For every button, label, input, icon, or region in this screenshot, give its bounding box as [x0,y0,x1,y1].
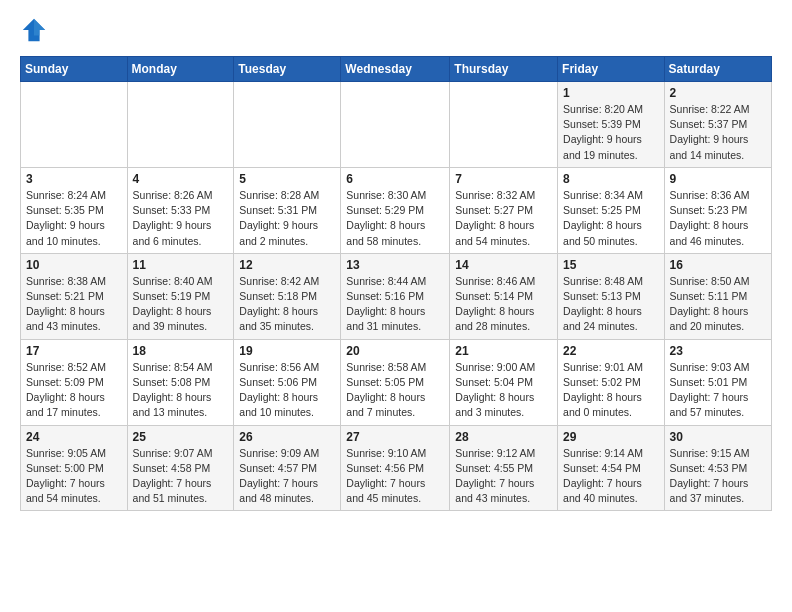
day-number: 10 [26,258,122,272]
table-row [341,82,450,168]
day-info: Sunrise: 9:07 AM Sunset: 4:58 PM Dayligh… [133,446,229,507]
day-number: 9 [670,172,766,186]
day-info: Sunrise: 8:48 AM Sunset: 5:13 PM Dayligh… [563,274,659,335]
table-row: 6Sunrise: 8:30 AM Sunset: 5:29 PM Daylig… [341,167,450,253]
day-number: 7 [455,172,552,186]
table-row: 30Sunrise: 9:15 AM Sunset: 4:53 PM Dayli… [664,425,771,511]
day-info: Sunrise: 8:28 AM Sunset: 5:31 PM Dayligh… [239,188,335,249]
day-info: Sunrise: 8:24 AM Sunset: 5:35 PM Dayligh… [26,188,122,249]
day-info: Sunrise: 9:03 AM Sunset: 5:01 PM Dayligh… [670,360,766,421]
calendar-week-row: 17Sunrise: 8:52 AM Sunset: 5:09 PM Dayli… [21,339,772,425]
day-number: 12 [239,258,335,272]
page: Sunday Monday Tuesday Wednesday Thursday… [0,0,792,612]
day-number: 20 [346,344,444,358]
day-number: 3 [26,172,122,186]
day-info: Sunrise: 8:44 AM Sunset: 5:16 PM Dayligh… [346,274,444,335]
day-info: Sunrise: 8:26 AM Sunset: 5:33 PM Dayligh… [133,188,229,249]
day-info: Sunrise: 8:30 AM Sunset: 5:29 PM Dayligh… [346,188,444,249]
day-number: 14 [455,258,552,272]
table-row [450,82,558,168]
table-row: 2Sunrise: 8:22 AM Sunset: 5:37 PM Daylig… [664,82,771,168]
table-row: 20Sunrise: 8:58 AM Sunset: 5:05 PM Dayli… [341,339,450,425]
table-row: 14Sunrise: 8:46 AM Sunset: 5:14 PM Dayli… [450,253,558,339]
table-row: 11Sunrise: 8:40 AM Sunset: 5:19 PM Dayli… [127,253,234,339]
header-sunday: Sunday [21,57,128,82]
logo-icon [20,16,48,44]
table-row: 24Sunrise: 9:05 AM Sunset: 5:00 PM Dayli… [21,425,128,511]
day-info: Sunrise: 9:01 AM Sunset: 5:02 PM Dayligh… [563,360,659,421]
table-row: 12Sunrise: 8:42 AM Sunset: 5:18 PM Dayli… [234,253,341,339]
day-info: Sunrise: 8:32 AM Sunset: 5:27 PM Dayligh… [455,188,552,249]
calendar-week-row: 10Sunrise: 8:38 AM Sunset: 5:21 PM Dayli… [21,253,772,339]
day-number: 17 [26,344,122,358]
day-number: 16 [670,258,766,272]
table-row: 3Sunrise: 8:24 AM Sunset: 5:35 PM Daylig… [21,167,128,253]
day-info: Sunrise: 9:00 AM Sunset: 5:04 PM Dayligh… [455,360,552,421]
table-row: 21Sunrise: 9:00 AM Sunset: 5:04 PM Dayli… [450,339,558,425]
day-number: 18 [133,344,229,358]
table-row [234,82,341,168]
day-number: 4 [133,172,229,186]
day-number: 6 [346,172,444,186]
day-info: Sunrise: 9:15 AM Sunset: 4:53 PM Dayligh… [670,446,766,507]
table-row: 1Sunrise: 8:20 AM Sunset: 5:39 PM Daylig… [558,82,665,168]
day-info: Sunrise: 8:40 AM Sunset: 5:19 PM Dayligh… [133,274,229,335]
day-info: Sunrise: 9:09 AM Sunset: 4:57 PM Dayligh… [239,446,335,507]
table-row: 25Sunrise: 9:07 AM Sunset: 4:58 PM Dayli… [127,425,234,511]
table-row: 10Sunrise: 8:38 AM Sunset: 5:21 PM Dayli… [21,253,128,339]
day-info: Sunrise: 8:46 AM Sunset: 5:14 PM Dayligh… [455,274,552,335]
table-row: 23Sunrise: 9:03 AM Sunset: 5:01 PM Dayli… [664,339,771,425]
header [20,16,772,44]
svg-marker-1 [34,19,45,36]
day-info: Sunrise: 9:10 AM Sunset: 4:56 PM Dayligh… [346,446,444,507]
day-number: 1 [563,86,659,100]
table-row: 9Sunrise: 8:36 AM Sunset: 5:23 PM Daylig… [664,167,771,253]
table-row: 13Sunrise: 8:44 AM Sunset: 5:16 PM Dayli… [341,253,450,339]
table-row: 22Sunrise: 9:01 AM Sunset: 5:02 PM Dayli… [558,339,665,425]
header-friday: Friday [558,57,665,82]
header-thursday: Thursday [450,57,558,82]
day-info: Sunrise: 8:50 AM Sunset: 5:11 PM Dayligh… [670,274,766,335]
day-info: Sunrise: 8:22 AM Sunset: 5:37 PM Dayligh… [670,102,766,163]
calendar-week-row: 3Sunrise: 8:24 AM Sunset: 5:35 PM Daylig… [21,167,772,253]
day-number: 21 [455,344,552,358]
day-number: 25 [133,430,229,444]
table-row: 15Sunrise: 8:48 AM Sunset: 5:13 PM Dayli… [558,253,665,339]
day-number: 19 [239,344,335,358]
day-number: 15 [563,258,659,272]
day-number: 11 [133,258,229,272]
table-row: 18Sunrise: 8:54 AM Sunset: 5:08 PM Dayli… [127,339,234,425]
table-row: 27Sunrise: 9:10 AM Sunset: 4:56 PM Dayli… [341,425,450,511]
table-row [127,82,234,168]
day-info: Sunrise: 8:52 AM Sunset: 5:09 PM Dayligh… [26,360,122,421]
day-info: Sunrise: 8:58 AM Sunset: 5:05 PM Dayligh… [346,360,444,421]
table-row: 29Sunrise: 9:14 AM Sunset: 4:54 PM Dayli… [558,425,665,511]
day-number: 8 [563,172,659,186]
day-info: Sunrise: 8:56 AM Sunset: 5:06 PM Dayligh… [239,360,335,421]
day-info: Sunrise: 9:05 AM Sunset: 5:00 PM Dayligh… [26,446,122,507]
day-number: 29 [563,430,659,444]
header-monday: Monday [127,57,234,82]
day-info: Sunrise: 9:14 AM Sunset: 4:54 PM Dayligh… [563,446,659,507]
table-row: 16Sunrise: 8:50 AM Sunset: 5:11 PM Dayli… [664,253,771,339]
day-info: Sunrise: 8:54 AM Sunset: 5:08 PM Dayligh… [133,360,229,421]
day-number: 30 [670,430,766,444]
table-row [21,82,128,168]
calendar-table: Sunday Monday Tuesday Wednesday Thursday… [20,56,772,511]
table-row: 8Sunrise: 8:34 AM Sunset: 5:25 PM Daylig… [558,167,665,253]
day-info: Sunrise: 8:34 AM Sunset: 5:25 PM Dayligh… [563,188,659,249]
day-info: Sunrise: 9:12 AM Sunset: 4:55 PM Dayligh… [455,446,552,507]
day-info: Sunrise: 8:42 AM Sunset: 5:18 PM Dayligh… [239,274,335,335]
day-number: 13 [346,258,444,272]
logo [20,16,52,44]
day-number: 23 [670,344,766,358]
header-tuesday: Tuesday [234,57,341,82]
header-wednesday: Wednesday [341,57,450,82]
day-number: 2 [670,86,766,100]
day-number: 26 [239,430,335,444]
day-number: 28 [455,430,552,444]
table-row: 7Sunrise: 8:32 AM Sunset: 5:27 PM Daylig… [450,167,558,253]
header-saturday: Saturday [664,57,771,82]
table-row: 28Sunrise: 9:12 AM Sunset: 4:55 PM Dayli… [450,425,558,511]
day-info: Sunrise: 8:20 AM Sunset: 5:39 PM Dayligh… [563,102,659,163]
